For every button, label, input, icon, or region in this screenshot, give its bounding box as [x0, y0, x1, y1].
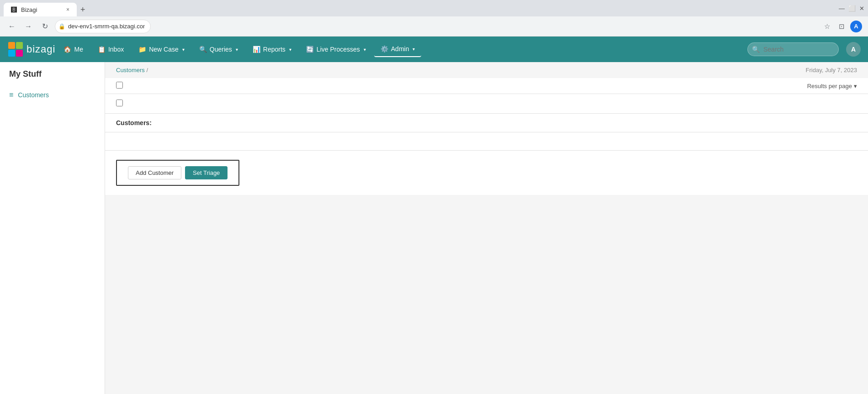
inbox-icon: 📋	[98, 46, 106, 53]
select-all-checkbox-cell	[116, 82, 123, 90]
breadcrumb: Customers /	[116, 67, 148, 74]
main-container: My Stuff ≡ Customers Customers / Friday,…	[0, 62, 868, 394]
reports-icon: 📊	[253, 46, 260, 53]
address-input[interactable]	[55, 20, 151, 33]
forward-button[interactable]: →	[22, 20, 35, 33]
app-navbar: bizagi 🏠 Me 📋 Inbox 📁 New Case ▾ 🔍 Queri…	[0, 37, 868, 62]
admin-icon: ⚙️	[381, 45, 388, 53]
minimize-button[interactable]: —	[839, 5, 845, 12]
bookmark-button[interactable]: ☆	[820, 20, 833, 33]
svg-rect-3	[16, 50, 23, 57]
split-screen-button[interactable]: ⊡	[835, 20, 848, 33]
lock-icon: 🔒	[58, 23, 65, 30]
date-display: Friday, July 7, 2023	[806, 67, 857, 74]
bizagi-logo-icon	[7, 41, 24, 58]
nav-item-reports[interactable]: 📊 Reports ▾	[246, 42, 298, 57]
table-header-row: Results per page ▾	[105, 78, 868, 94]
top-bar: Customers / Friday, July 7, 2023	[105, 62, 868, 78]
admin-arrow: ▾	[413, 47, 415, 52]
breadcrumb-customers-link[interactable]: Customers	[116, 67, 145, 74]
nav-item-queries[interactable]: 🔍 Queries ▾	[193, 42, 244, 57]
tab-favicon: 🅱	[11, 6, 17, 13]
new-tab-button[interactable]: +	[77, 3, 89, 16]
nav-item-admin[interactable]: ⚙️ Admin ▾	[374, 42, 422, 57]
user-avatar-nav[interactable]: A	[846, 42, 861, 57]
row-checkbox-cell-1	[116, 100, 123, 108]
profile-button[interactable]: A	[850, 20, 863, 33]
new-case-arrow: ▾	[182, 47, 185, 52]
row-checkbox-1[interactable]	[116, 100, 123, 106]
reports-arrow: ▾	[289, 47, 291, 52]
tab-close-button[interactable]: ×	[66, 6, 69, 13]
queries-icon: 🔍	[199, 46, 207, 53]
home-icon: 🏠	[64, 46, 71, 53]
address-bar-icons: ☆ ⊡ A	[820, 20, 863, 33]
back-button[interactable]: ←	[5, 20, 18, 33]
chrome-user-avatar: A	[850, 21, 862, 32]
logo-text: bizagi	[26, 43, 55, 55]
search-wrapper: 🔍	[747, 42, 839, 56]
close-window-button[interactable]: ✕	[859, 5, 864, 12]
svg-rect-2	[8, 50, 15, 57]
logo-area: bizagi	[7, 41, 55, 58]
user-avatar-initial: A	[851, 46, 856, 53]
new-case-icon: 📁	[138, 46, 146, 53]
content-area: Customers / Friday, July 7, 2023 Results…	[105, 62, 868, 394]
sidebar: My Stuff ≡ Customers	[0, 62, 105, 394]
reports-label: Reports	[263, 46, 286, 53]
queries-arrow: ▾	[236, 47, 238, 52]
live-processes-label: Live Processes	[317, 46, 360, 53]
admin-label: Admin	[391, 45, 409, 53]
action-buttons-wrapper: Add Customer Set Triage	[105, 151, 868, 195]
customers-section-label: Customers:	[105, 114, 868, 132]
live-processes-arrow: ▾	[364, 47, 366, 52]
customers-sidebar-icon: ≡	[9, 91, 13, 99]
add-customer-button[interactable]: Add Customer	[128, 166, 181, 179]
set-triage-button[interactable]: Set Triage	[185, 166, 228, 179]
nav-item-live-processes[interactable]: 🔄 Live Processes ▾	[300, 42, 372, 57]
inbox-label: Inbox	[108, 46, 124, 53]
sidebar-customers-label: Customers	[18, 91, 49, 99]
address-bar-row: ← → ↻ 🔒 ☆ ⊡ A	[0, 16, 868, 37]
active-tab[interactable]: 🅱 Bizagi ×	[4, 3, 77, 16]
table-row-1	[105, 94, 868, 114]
queries-label: Queries	[210, 46, 232, 53]
tab-bar: 🅱 Bizagi × +	[4, 0, 89, 16]
address-wrapper: 🔒	[55, 20, 466, 33]
search-input[interactable]	[747, 42, 839, 56]
breadcrumb-separator: /	[146, 67, 148, 74]
select-all-checkbox[interactable]	[116, 82, 123, 89]
me-label: Me	[74, 46, 83, 53]
reload-button[interactable]: ↻	[38, 20, 51, 33]
browser-chrome: 🅱 Bizagi × + — ⬜ ✕	[0, 0, 868, 16]
new-case-label: New Case	[149, 46, 179, 53]
results-per-page-arrow: ▾	[854, 83, 857, 89]
empty-row	[105, 132, 868, 151]
results-per-page-label: Results per page	[807, 83, 852, 89]
results-per-page[interactable]: Results per page ▾	[807, 83, 857, 89]
svg-rect-1	[16, 42, 23, 49]
nav-item-me[interactable]: 🏠 Me	[57, 42, 89, 57]
tab-title: Bizagi	[21, 6, 37, 13]
svg-rect-0	[8, 42, 15, 49]
restore-button[interactable]: ⬜	[848, 5, 856, 12]
sidebar-item-customers[interactable]: ≡ Customers	[0, 86, 105, 104]
nav-item-new-case[interactable]: 📁 New Case ▾	[132, 42, 191, 57]
sidebar-title: My Stuff	[0, 69, 105, 86]
action-buttons-container: Add Customer Set Triage	[116, 160, 239, 186]
nav-item-inbox[interactable]: 📋 Inbox	[91, 42, 130, 57]
table-container: Results per page ▾ Customers: Add Custom…	[105, 78, 868, 195]
live-processes-icon: 🔄	[306, 46, 314, 53]
